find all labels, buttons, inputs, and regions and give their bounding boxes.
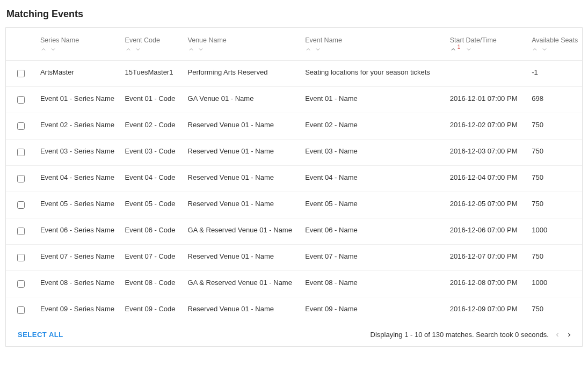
table-row: Event 04 - Series NameEvent 04 - CodeRes… — [6, 166, 582, 192]
seats-cell: 750 — [527, 297, 582, 324]
datetime-cell: 2016-12-02 07:00 PM — [446, 113, 528, 140]
sort-asc-icon[interactable] — [532, 46, 538, 53]
table-header-row: Series Name Event Code Venue Name — [6, 28, 582, 61]
row-checkbox-cell — [6, 245, 36, 271]
sort-desc-icon[interactable] — [50, 46, 56, 53]
col-checkbox — [6, 28, 36, 61]
row-checkbox-cell — [6, 166, 36, 192]
col-datetime-label: Start Date/Time — [450, 36, 497, 44]
page-title: Matching Events — [6, 9, 583, 20]
row-checkbox-cell — [6, 271, 36, 297]
row-checkbox[interactable] — [17, 280, 25, 288]
datetime-cell: 2016-12-08 07:00 PM — [446, 271, 528, 297]
row-checkbox-cell — [6, 218, 36, 245]
seats-cell: 1000 — [527, 271, 582, 297]
sort-asc-icon[interactable] — [305, 46, 311, 53]
datetime-cell: 2016-12-03 07:00 PM — [446, 140, 528, 166]
code-cell: Event 01 - Code — [121, 87, 184, 113]
code-cell: Event 09 - Code — [121, 297, 184, 324]
row-checkbox-cell — [6, 140, 36, 166]
pagination-status: Displaying 1 - 10 of 130 matches. Search… — [371, 331, 549, 339]
seats-cell: 750 — [527, 166, 582, 192]
row-checkbox[interactable] — [17, 96, 25, 104]
table-footer: SELECT ALL Displaying 1 - 10 of 130 matc… — [6, 323, 582, 346]
seats-cell: 750 — [527, 245, 582, 271]
datetime-cell: 2016-12-09 07:00 PM — [446, 297, 528, 324]
row-checkbox-cell — [6, 61, 36, 87]
series-cell: Event 01 - Series Name — [36, 87, 121, 113]
event-name-cell: Event 07 - Name — [301, 245, 446, 271]
row-checkbox[interactable] — [17, 228, 25, 235]
next-page-icon[interactable] — [566, 332, 572, 338]
sort-asc-icon[interactable] — [40, 46, 47, 53]
series-cell: Event 06 - Series Name — [36, 218, 121, 245]
col-datetime: Start Date/Time 1 — [446, 28, 528, 61]
venue-cell: Reserved Venue 01 - Name — [184, 140, 301, 166]
code-cell: 15TuesMaster1 — [121, 61, 184, 87]
series-cell: Event 02 - Series Name — [36, 113, 121, 140]
series-cell: ArtsMaster — [36, 61, 121, 87]
series-cell: Event 05 - Series Name — [36, 192, 121, 218]
sort-desc-icon[interactable] — [135, 46, 141, 53]
table-row: Event 03 - Series NameEvent 03 - CodeRes… — [6, 140, 582, 166]
code-cell: Event 08 - Code — [121, 271, 184, 297]
row-checkbox-cell — [6, 113, 36, 140]
seats-cell: 698 — [527, 87, 582, 113]
sort-desc-icon[interactable] — [198, 46, 204, 53]
datetime-cell: 2016-12-07 07:00 PM — [446, 245, 528, 271]
series-cell: Event 09 - Series Name — [36, 297, 121, 324]
col-event-name-label: Event Name — [305, 36, 342, 44]
venue-cell: Reserved Venue 01 - Name — [184, 192, 301, 218]
sort-asc-icon[interactable] — [188, 46, 194, 53]
row-checkbox[interactable] — [17, 149, 25, 156]
code-cell: Event 07 - Code — [121, 245, 184, 271]
datetime-cell: 2016-12-06 07:00 PM — [446, 218, 528, 245]
sort-asc-icon[interactable] — [125, 46, 132, 53]
row-checkbox[interactable] — [17, 201, 25, 209]
table-row: ArtsMaster15TuesMaster1Performing Arts R… — [6, 61, 582, 87]
row-checkbox[interactable] — [17, 306, 25, 314]
prev-page-icon[interactable] — [554, 332, 561, 338]
venue-cell: Reserved Venue 01 - Name — [184, 297, 301, 324]
datetime-cell: 2016-12-01 07:00 PM — [446, 87, 528, 113]
row-checkbox-cell — [6, 87, 36, 113]
col-venue: Venue Name — [184, 28, 301, 61]
seats-cell: 1000 — [527, 218, 582, 245]
table-row: Event 08 - Series NameEvent 08 - CodeGA … — [6, 271, 582, 297]
table-row: Event 01 - Series NameEvent 01 - CodeGA … — [6, 87, 582, 113]
datetime-cell: 2016-12-04 07:00 PM — [446, 166, 528, 192]
row-checkbox-cell — [6, 192, 36, 218]
row-checkbox[interactable] — [17, 122, 25, 130]
seats-cell: -1 — [527, 61, 582, 87]
datetime-cell: 2016-12-05 07:00 PM — [446, 192, 528, 218]
code-cell: Event 05 - Code — [121, 192, 184, 218]
col-seats: Available Seats — [527, 28, 582, 61]
sort-desc-icon[interactable] — [466, 46, 472, 53]
col-series-label: Series Name — [40, 36, 79, 44]
sort-desc-icon[interactable] — [541, 46, 548, 53]
venue-cell: Reserved Venue 01 - Name — [184, 245, 301, 271]
code-cell: Event 04 - Code — [121, 166, 184, 192]
event-name-cell: Event 01 - Name — [301, 87, 446, 113]
series-cell: Event 04 - Series Name — [36, 166, 121, 192]
datetime-cell — [446, 61, 528, 87]
table-row: Event 06 - Series NameEvent 06 - CodeGA … — [6, 218, 582, 245]
venue-cell: Reserved Venue 01 - Name — [184, 113, 301, 140]
select-all-button[interactable]: SELECT ALL — [18, 331, 63, 339]
code-cell: Event 03 - Code — [121, 140, 184, 166]
row-checkbox[interactable] — [17, 254, 25, 261]
series-cell: Event 08 - Series Name — [36, 271, 121, 297]
col-series: Series Name — [36, 28, 121, 61]
table-row: Event 05 - Series NameEvent 05 - CodeRes… — [6, 192, 582, 218]
seats-cell: 750 — [527, 140, 582, 166]
sort-asc-icon[interactable] — [450, 46, 456, 53]
event-name-cell: Event 06 - Name — [301, 218, 446, 245]
table-row: Event 07 - Series NameEvent 07 - CodeRes… — [6, 245, 582, 271]
venue-cell: GA Venue 01 - Name — [184, 87, 301, 113]
event-name-cell: Event 05 - Name — [301, 192, 446, 218]
sort-desc-icon[interactable] — [315, 46, 321, 53]
events-table: Series Name Event Code Venue Name — [6, 28, 582, 323]
row-checkbox[interactable] — [17, 70, 25, 77]
row-checkbox[interactable] — [17, 175, 25, 182]
col-code-label: Event Code — [125, 36, 160, 44]
